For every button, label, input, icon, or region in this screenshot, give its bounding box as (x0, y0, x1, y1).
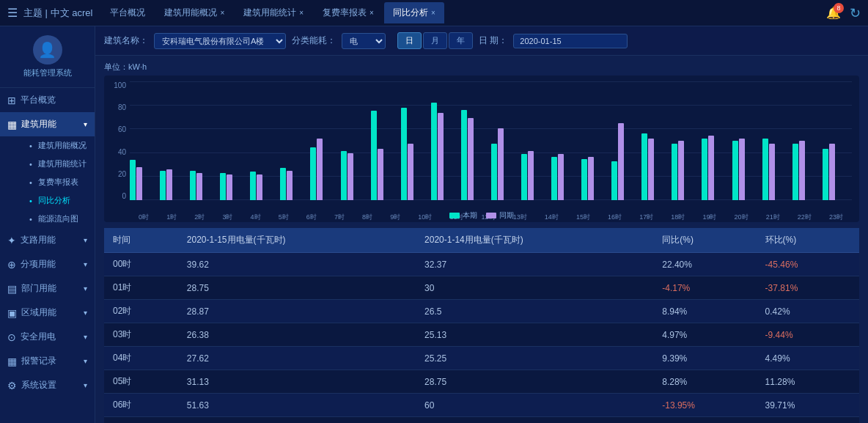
menu-icon[interactable]: ☰ (7, 6, 18, 20)
dept-arrow: ▾ (84, 284, 87, 293)
cell-yoy-5: 8.28% (653, 370, 756, 394)
cell-previous-0: 32.37 (416, 253, 653, 276)
sidebar-item-alarm[interactable]: ▦ 报警记录 ▾ (0, 349, 95, 373)
bar-current-1 (160, 171, 166, 200)
bar-group-17 (641, 133, 671, 200)
settings-arrow: ▾ (84, 381, 87, 389)
cell-time-1: 01时 (104, 276, 178, 300)
table-row: 03时 26.38 25.13 4.97% -9.44% (104, 323, 859, 347)
bar-group-18 (672, 141, 701, 200)
bar-current-19 (702, 139, 707, 200)
bar-previous-6 (317, 139, 323, 200)
tab-platform[interactable]: 平台概况 (101, 2, 154, 23)
bar-current-11 (461, 110, 467, 200)
table-section: 时间 2020-1-15用电量(千瓦时) 2020-1-14用电量(千瓦时) 同… (95, 228, 868, 423)
bar-previous-17 (648, 139, 654, 200)
building-select[interactable]: 安科瑞电气股份有限公司A楼 (154, 33, 286, 49)
sidebar-sub-yoy[interactable]: 同比分析 (15, 191, 95, 210)
bar-group-1 (160, 169, 189, 200)
sidebar-item-platform[interactable]: ⊞ 平台概览 (0, 88, 95, 112)
cell-previous-4: 25.25 (416, 347, 653, 370)
sidebar-sub-energy-flow[interactable]: 能源流向图 (15, 210, 95, 228)
cell-yoy-0: 22.40% (653, 253, 756, 276)
x-label-7: 7时 (334, 213, 345, 222)
cell-yoy-7: 5.19% (653, 417, 756, 424)
bar-current-7 (341, 151, 347, 200)
bar-previous-18 (678, 141, 684, 200)
region-arrow: ▾ (84, 309, 87, 317)
sidebar-sub-rate-report[interactable]: 复费率报表 (15, 173, 95, 191)
bar-group-19 (702, 136, 731, 200)
refresh-icon[interactable]: ↻ (850, 5, 861, 21)
x-label-17: 17时 (639, 213, 653, 222)
sidebar-item-subitem[interactable]: ⊕ 分项用能 ▾ (0, 252, 95, 276)
table-row: 02时 28.87 26.5 8.94% 0.42% (104, 300, 859, 323)
bar-previous-5 (287, 171, 293, 200)
x-label-1: 1时 (166, 213, 177, 222)
bar-current-21 (762, 139, 768, 200)
tab-rate-report[interactable]: 复费率报表 × (314, 2, 383, 23)
bar-previous-4 (257, 174, 262, 200)
sidebar-item-safety[interactable]: ⊙ 安全用电 ▾ (0, 325, 95, 349)
category-select[interactable]: 电 (342, 33, 386, 49)
bar-previous-1 (166, 169, 172, 200)
chart-legend: 本期 同期 (449, 210, 514, 221)
x-label-13: 13时 (513, 213, 527, 222)
date-input[interactable] (513, 34, 628, 48)
btn-year[interactable]: 年 (449, 32, 473, 49)
category-label: 分类能耗： (292, 34, 336, 47)
btn-day[interactable]: 日 (397, 32, 422, 49)
tab-building-stats[interactable]: 建筑用能统计 × (235, 2, 312, 23)
table-body: 00时 39.62 32.37 22.40% -45.46% 01时 28.75… (104, 253, 859, 424)
bar-previous-12 (498, 128, 504, 200)
cell-previous-7: 45.63 (416, 417, 653, 424)
close-tab-2[interactable]: × (299, 9, 304, 17)
sidebar-item-dept[interactable]: ▤ 部门用能 ▾ (0, 276, 95, 301)
sidebar-item-branch[interactable]: ✦ 支路用能 ▾ (0, 228, 95, 252)
bar-group-4 (250, 172, 279, 200)
cell-previous-2: 26.5 (416, 300, 653, 323)
notification-icon[interactable]: 🔔 8 (826, 6, 841, 20)
table-row: 05时 31.13 28.75 8.28% 11.28% (104, 370, 859, 394)
top-right-icons: 🔔 8 ↻ (826, 5, 861, 21)
bar-current-10 (431, 103, 437, 200)
sidebar-sub-building-overview[interactable]: 建筑用能概况 (15, 136, 95, 155)
x-label-0: 0时 (139, 213, 149, 222)
sidebar-sub-building: 建筑用能概况 建筑用能统计 复费率报表 同比分析 能源流向图 (0, 136, 95, 228)
sidebar-item-region[interactable]: ▣ 区域用能 ▾ (0, 301, 95, 325)
legend-current-color (449, 213, 460, 218)
close-tab-1[interactable]: × (220, 9, 224, 17)
bar-group-14 (551, 154, 581, 200)
sidebar: 👤 能耗管理系统 ⊞ 平台概览 ▦ 建筑用能 ▾ 建筑用能概况 建筑用能统计 (0, 26, 95, 423)
tab-building-overview[interactable]: 建筑用能概况 × (155, 2, 233, 23)
sidebar-item-settings[interactable]: ⚙ 系统设置 ▾ (0, 373, 95, 397)
sidebar-sub-building-stats[interactable]: 建筑用能统计 (15, 155, 95, 173)
tab-yoy-analysis[interactable]: 同比分析 × (384, 2, 444, 23)
bar-previous-15 (588, 157, 594, 200)
alarm-arrow: ▾ (84, 357, 87, 365)
cell-time-0: 00时 (104, 253, 178, 276)
bar-group-22 (792, 141, 822, 200)
bar-group-3 (220, 173, 249, 200)
x-label-5: 5时 (279, 213, 289, 222)
chart-bars-area (130, 81, 852, 200)
x-label-3: 3时 (222, 213, 232, 222)
cell-current-1: 28.75 (178, 276, 416, 300)
close-tab-4[interactable]: × (431, 9, 435, 17)
btn-month[interactable]: 月 (423, 32, 447, 49)
alarm-icon: ▦ (7, 356, 17, 367)
brand-label: 主题 | 中文 acrel (23, 7, 92, 20)
close-tab-3[interactable]: × (369, 9, 374, 17)
cell-qoq-1: -37.81% (757, 276, 859, 300)
cell-yoy-3: 4.97% (653, 323, 756, 347)
bar-previous-14 (558, 154, 564, 200)
bar-group-5 (280, 168, 309, 200)
x-label-22: 22时 (798, 213, 812, 222)
x-label-21: 21时 (766, 213, 780, 222)
table-header-row: 时间 2020-1-15用电量(千瓦时) 2020-1-14用电量(千瓦时) 同… (104, 228, 859, 253)
cell-yoy-2: 8.94% (653, 300, 756, 323)
building-arrow: ▾ (84, 120, 87, 128)
bar-previous-0 (136, 167, 142, 200)
cell-previous-3: 25.13 (416, 323, 653, 347)
sidebar-item-building[interactable]: ▦ 建筑用能 ▾ (0, 112, 95, 136)
